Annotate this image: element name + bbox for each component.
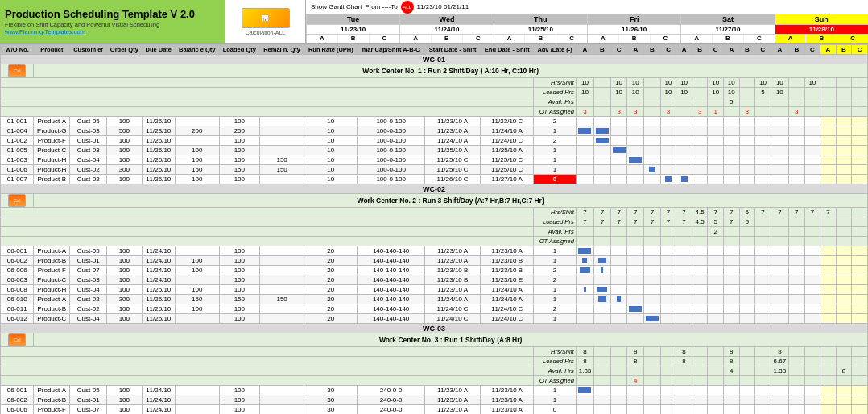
cell: 11/25/10 — [142, 117, 175, 126]
stat-value: 7 — [676, 217, 692, 227]
cell: 1 — [534, 314, 577, 324]
gantt-cell — [755, 165, 771, 175]
cell: 10 — [304, 126, 358, 136]
stat-value — [644, 78, 661, 88]
cell: 06-010 — [1, 295, 34, 304]
gantt-cell — [660, 117, 676, 126]
abc-a: A — [494, 35, 526, 43]
abc-b: B — [432, 35, 463, 43]
calc-section[interactable]: 📊 Calculation-ALL — [225, 0, 306, 43]
gantt-cell — [610, 165, 627, 175]
cell: 100 — [107, 175, 142, 184]
gantt-cell — [676, 266, 692, 275]
stat-value — [836, 217, 852, 227]
cell — [259, 256, 304, 266]
gantt-col-header: C — [852, 45, 868, 55]
calc-label: Calculation-ALL — [246, 30, 285, 35]
stat-value — [708, 237, 724, 246]
gantt-cell — [660, 126, 676, 136]
stat-value — [627, 97, 644, 107]
gantt-cell — [594, 386, 611, 395]
gantt-bar — [584, 287, 586, 292]
stat-value — [836, 78, 852, 88]
gantt-cell — [804, 256, 820, 266]
cell — [175, 136, 219, 146]
stat-value — [660, 366, 676, 376]
gantt-cell — [644, 395, 661, 405]
cell: 11/23/10 A — [424, 405, 480, 415]
gantt-cell — [708, 155, 724, 165]
abc-c: C — [837, 35, 868, 43]
gantt-cell — [576, 136, 593, 146]
gantt-cell — [804, 395, 820, 405]
gantt-cell — [708, 285, 724, 295]
gantt-cell — [755, 304, 771, 314]
gantt-cell — [594, 295, 611, 304]
gantt-cell — [676, 246, 692, 256]
gantt-cell — [739, 266, 755, 275]
day-name: Wed — [400, 14, 493, 25]
stat-row: Hrs/Shift88888 — [1, 347, 868, 357]
cell: Product-A — [34, 117, 70, 126]
gantt-cell — [660, 246, 676, 256]
cell: Cust-05 — [70, 386, 107, 395]
gantt-col-header: C — [804, 45, 820, 55]
cell: 01-003 — [1, 155, 34, 165]
gantt-cell — [820, 395, 837, 405]
day-date: 11/24/10 — [400, 25, 493, 34]
gantt-cell — [576, 165, 593, 175]
stat-value — [852, 208, 868, 217]
stat-value: 7 — [789, 208, 805, 217]
gantt-bar — [649, 167, 655, 172]
gantt-cell — [804, 146, 820, 155]
cell: 06-002 — [1, 256, 34, 266]
gantt-cell — [708, 266, 724, 275]
gantt-cell — [723, 256, 739, 266]
gantt-cell — [820, 165, 837, 175]
col-header: Custom er — [70, 45, 107, 55]
stat-value — [755, 237, 771, 246]
cell: Product-A — [34, 246, 70, 256]
day-date: 11/26/10 — [588, 25, 680, 34]
gantt-cell — [692, 246, 708, 256]
calc-all-button[interactable]: 📊 — [242, 8, 290, 28]
gantt-cell — [660, 256, 676, 266]
cell: 100-0-100 — [358, 117, 424, 126]
stat-value — [836, 208, 852, 217]
stat-value — [771, 217, 788, 227]
gantt-cell — [692, 146, 708, 155]
stat-value: 7 — [627, 208, 644, 217]
gantt-cell — [789, 314, 805, 324]
stat-row: Avail. Hrs1.3341.338 — [1, 366, 868, 376]
stat-value — [644, 237, 661, 246]
cell: Cust-05 — [70, 246, 107, 256]
cell: 1 — [534, 386, 577, 395]
gantt-cell — [804, 155, 820, 165]
stat-value: 7 — [660, 208, 676, 217]
stat-value — [836, 97, 852, 107]
cell — [259, 117, 304, 126]
gantt-cell — [739, 405, 755, 415]
gantt-cell — [789, 266, 805, 275]
col-header: mar Cap/Shift A-B-C — [358, 45, 424, 55]
stat-value — [852, 107, 868, 117]
stat-value — [789, 347, 805, 357]
cell: 1 — [534, 246, 577, 256]
gantt-cell — [692, 165, 708, 175]
stat-value: 4 — [723, 366, 739, 376]
stat-row: OT Assigned33333133 — [1, 107, 868, 117]
stat-value: 3 — [660, 107, 676, 117]
stat-value — [676, 376, 692, 386]
cell: 30 — [304, 405, 358, 415]
gantt-cell — [739, 146, 755, 155]
cell: 06-003 — [1, 275, 34, 285]
stat-value — [610, 376, 627, 386]
gantt-cell — [771, 386, 788, 395]
gantt-cell — [771, 146, 788, 155]
gantt-cell — [789, 256, 805, 266]
stat-value — [852, 366, 868, 376]
col-header: Start Date - Shift — [424, 45, 480, 55]
all-button[interactable]: ALL — [401, 1, 414, 14]
abc-c: C — [370, 35, 400, 43]
day-block-fri: Fri 11/26/10 A B C — [587, 14, 680, 43]
